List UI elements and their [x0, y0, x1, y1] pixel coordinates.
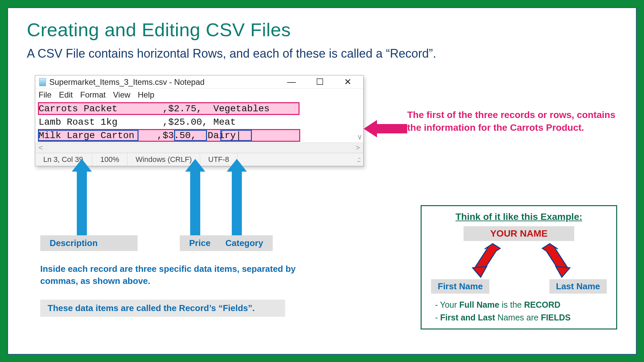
status-zoom: 100%: [92, 153, 127, 166]
example-lines: - Your Full Name is the RECORD - First a…: [429, 298, 609, 324]
slide-inner-frame: Creating and Editing CSV Files A CSV Fil…: [7, 7, 637, 355]
field-label-description: Description: [40, 235, 138, 251]
svg-marker-1: [473, 266, 487, 277]
fields-callout-text: These data items are called the Record’s…: [40, 300, 285, 317]
notepad-menubar: File Edit Format View Help: [35, 89, 363, 102]
scroll-right-icon: >: [356, 143, 360, 152]
csv-line-1: Carrots Packet ,$2.75, Vegetables: [39, 102, 360, 116]
field-box-price: [174, 130, 207, 141]
minimize-icon: —: [285, 77, 298, 87]
fields-explanation-text: Inside each record are three specific da…: [40, 263, 302, 287]
close-icon: ✕: [341, 77, 355, 87]
menu-view: View: [113, 90, 130, 100]
slide-subheading: A CSV File contains horizontal Rows, and…: [27, 47, 617, 61]
menu-file: File: [39, 90, 52, 100]
notepad-window-title: Supermarket_Items_3_Items.csv - Notepad: [49, 77, 285, 87]
scroll-left-icon: <: [39, 143, 43, 152]
menu-edit: Edit: [59, 90, 73, 100]
svg-marker-3: [556, 266, 570, 277]
example-arrows: [429, 241, 609, 278]
record-note-text: The first of the three records or rows, …: [407, 109, 625, 134]
example-title: Think of it like this Example:: [429, 212, 609, 222]
maximize-icon: ☐: [313, 77, 326, 87]
example-line-1: - Your Full Name is the RECORD: [435, 298, 609, 311]
example-box: Think of it like this Example: YOUR NAME…: [421, 205, 617, 329]
example-line-2: - First and Last Names are FIELDS: [435, 311, 609, 324]
notepad-icon: [39, 78, 46, 86]
example-field-last: Last Name: [549, 279, 607, 294]
field-label-price: Price: [180, 235, 220, 251]
arrow-up-price-icon: [189, 159, 202, 239]
menu-help: Help: [138, 90, 154, 100]
arrow-down-right-icon: [540, 241, 580, 278]
arrow-left-pink-icon: [364, 120, 407, 137]
resize-grip-icon: .::: [349, 153, 363, 166]
example-record-label: YOUR NAME: [464, 226, 574, 241]
arrow-up-description-icon: [75, 159, 89, 239]
slide-title: Creating and Editing CSV Files: [27, 19, 617, 41]
menu-format: Format: [80, 90, 106, 100]
slide-outer-frame: Creating and Editing CSV Files A CSV Fil…: [0, 0, 644, 362]
arrow-up-category-icon: [230, 159, 244, 239]
notepad-hscroll: < >: [35, 142, 363, 153]
window-buttons: — ☐ ✕: [285, 77, 361, 87]
csv-line-2: Lamb Roast 1kg ,$25.00, Meat: [39, 116, 360, 129]
notepad-window: Supermarket_Items_3_Items.csv - Notepad …: [35, 75, 364, 166]
field-box-description: [38, 130, 139, 141]
field-box-category: [220, 130, 252, 141]
notepad-body: Carrots Packet ,$2.75, Vegetables Lamb R…: [35, 102, 363, 142]
notepad-titlebar: Supermarket_Items_3_Items.csv - Notepad …: [35, 75, 363, 89]
example-field-first: First Name: [431, 279, 489, 294]
arrow-down-left-icon: [469, 241, 509, 278]
field-label-category: Category: [216, 235, 273, 251]
